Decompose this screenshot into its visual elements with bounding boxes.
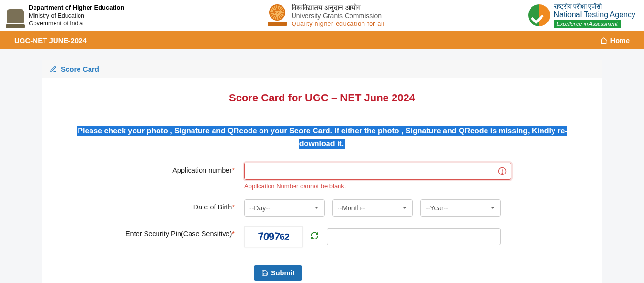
- app-label: Application number*: [62, 163, 244, 174]
- dob-label-text: Date of Birth: [193, 203, 232, 211]
- edit-icon: [50, 65, 57, 73]
- row-security-pin: Enter Security Pin(Case Sensitive)* 7097…: [62, 226, 582, 247]
- dob-day-select[interactable]: --Day--: [244, 199, 325, 217]
- india-emblem-icon: [6, 2, 25, 28]
- submit-button[interactable]: Submit: [254, 265, 302, 281]
- pin-label: Enter Security Pin(Case Sensitive)*: [62, 226, 244, 238]
- app-error-message: Application Number cannot be blank.: [244, 183, 511, 190]
- app-field: Application Number cannot be blank.: [244, 163, 582, 190]
- pin-field: 709762: [244, 226, 582, 247]
- page-title: Score Card for UGC – NET June 2024: [62, 92, 582, 104]
- required-asterisk: *: [232, 166, 235, 174]
- score-card-panel: Score Card Score Card for UGC – NET June…: [42, 60, 602, 283]
- row-application-number: Application number* Application Number c…: [62, 163, 582, 190]
- ugc-english: University Grants Commission: [292, 12, 384, 20]
- top-header: Department of Higher Education Ministry …: [0, 0, 644, 32]
- captcha-text: 709762: [258, 230, 289, 243]
- captcha-refresh-button[interactable]: [310, 231, 319, 242]
- dob-year-select[interactable]: --Year--: [420, 199, 501, 217]
- home-link[interactable]: Home: [600, 37, 630, 44]
- ugc-tagline: Quality higher education for all: [292, 21, 384, 27]
- save-icon: [261, 270, 268, 276]
- notice-text: Please check your photo , Signature and …: [77, 126, 567, 149]
- error-icon: [498, 167, 507, 175]
- nta-english: National Testing Agency: [554, 11, 635, 19]
- govt-text: Department of Higher Education Ministry …: [29, 2, 124, 28]
- ugc-hindi: विश्वविद्यालय अनुदान आयोग: [292, 3, 384, 12]
- required-asterisk: *: [232, 230, 235, 238]
- app-label-text: Application number: [172, 166, 232, 174]
- security-pin-input[interactable]: [327, 228, 501, 245]
- application-number-input[interactable]: [244, 163, 511, 180]
- dept-line: Department of Higher Education: [29, 3, 124, 12]
- nav-title: UGC-NET JUNE-2024: [14, 36, 87, 44]
- panel-body: Score Card for UGC – NET June 2024 Pleas…: [42, 78, 602, 283]
- dob-label: Date of Birth*: [62, 199, 244, 211]
- ugc-logo-icon: [268, 4, 287, 26]
- dob-field: --Day-- --Month-- --Year--: [244, 199, 582, 217]
- nta-text: राष्ट्रीय परीक्षा एजेंसी National Testin…: [554, 2, 635, 28]
- required-asterisk: *: [232, 203, 235, 211]
- nav-bar: UGC-NET JUNE-2024 Home: [0, 32, 644, 49]
- home-icon: [600, 37, 608, 44]
- refresh-icon: [310, 231, 319, 240]
- ugc-text: विश्वविद्यालय अनुदान आयोग University Gra…: [292, 3, 384, 27]
- captcha-image: 709762: [244, 226, 303, 247]
- submit-row: Submit: [62, 265, 582, 281]
- nta-hindi: राष्ट्रीय परीक्षा एजेंसी: [554, 2, 635, 10]
- breadcrumb-label: Score Card: [61, 65, 99, 73]
- nta-tagline: Excellence in Assessment: [554, 20, 621, 28]
- submit-label: Submit: [271, 269, 294, 277]
- ministry-line: Ministry of Education: [29, 12, 124, 20]
- notice-wrap: Please check your photo , Signature and …: [62, 124, 582, 150]
- home-label: Home: [610, 37, 630, 44]
- panel-header: Score Card: [42, 60, 602, 78]
- svg-point-2: [502, 173, 503, 174]
- pin-label-text: Enter Security Pin(Case Sensitive): [125, 230, 232, 238]
- goi-line: Government of India: [29, 20, 124, 28]
- nta-logo-icon: [528, 4, 550, 26]
- dob-month-select[interactable]: --Month--: [332, 199, 413, 217]
- ugc-block: विश्वविद्यालय अनुदान आयोग University Gra…: [268, 3, 384, 27]
- nta-block: राष्ट्रीय परीक्षा एजेंसी National Testin…: [528, 2, 635, 28]
- govt-block: Department of Higher Education Ministry …: [6, 2, 124, 28]
- row-dob: Date of Birth* --Day-- --Month-- --Year-…: [62, 199, 582, 217]
